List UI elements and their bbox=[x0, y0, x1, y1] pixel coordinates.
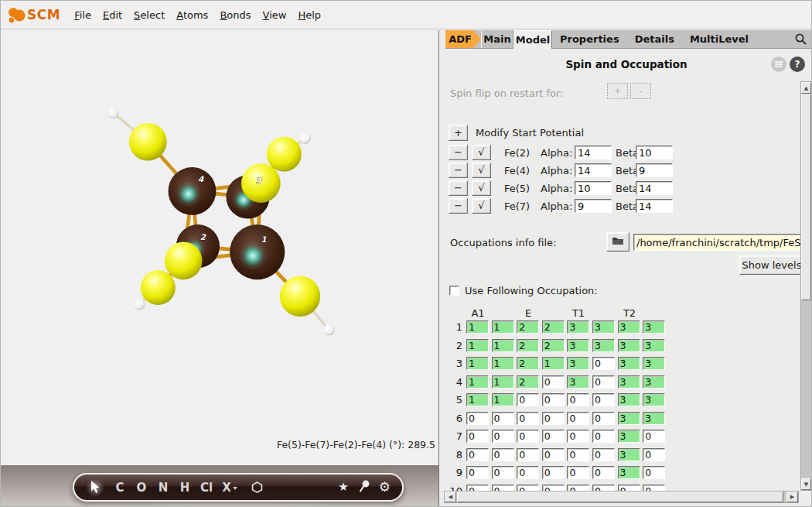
occupation-cell[interactable] bbox=[567, 339, 589, 352]
occupation-cell[interactable] bbox=[542, 357, 565, 370]
help-button[interactable]: ? bbox=[790, 57, 805, 72]
occupation-cell[interactable] bbox=[592, 448, 615, 461]
occupation-cell[interactable] bbox=[466, 393, 489, 406]
alpha-input[interactable] bbox=[575, 199, 612, 213]
occupation-cell[interactable] bbox=[643, 430, 665, 443]
occupation-cell[interactable] bbox=[618, 466, 640, 479]
occupation-cell[interactable] bbox=[618, 357, 640, 370]
occupation-cell[interactable] bbox=[618, 375, 640, 389]
scroll-left-button[interactable]: ◀ bbox=[445, 492, 456, 502]
occupation-cell[interactable] bbox=[618, 320, 640, 334]
menu-edit[interactable]: Edit bbox=[103, 9, 122, 21]
use-occupation-checkbox[interactable] bbox=[449, 286, 459, 296]
occupations-path-input[interactable] bbox=[633, 234, 811, 251]
occupation-cell[interactable] bbox=[643, 393, 665, 406]
beta-input[interactable] bbox=[636, 163, 673, 177]
occupation-cell[interactable] bbox=[492, 339, 514, 352]
occupation-cell[interactable] bbox=[492, 393, 514, 406]
occupation-cell[interactable] bbox=[517, 339, 539, 352]
remove-row-button[interactable]: − bbox=[449, 198, 468, 214]
occupation-cell[interactable] bbox=[492, 412, 514, 425]
occupation-cell[interactable] bbox=[517, 320, 539, 334]
occupation-cell[interactable] bbox=[592, 357, 615, 370]
occupation-cell[interactable] bbox=[517, 412, 539, 425]
occupation-cell[interactable] bbox=[542, 375, 565, 389]
beta-input[interactable] bbox=[636, 146, 673, 159]
alpha-input[interactable] bbox=[575, 181, 612, 195]
element-cl-button[interactable]: Cl bbox=[200, 481, 213, 495]
element-o-button[interactable]: O bbox=[135, 481, 148, 495]
pin-tool-button[interactable] bbox=[358, 480, 370, 495]
panel-menu-button[interactable] bbox=[771, 57, 786, 72]
occupation-cell[interactable] bbox=[567, 357, 589, 370]
element-n-button[interactable]: N bbox=[157, 481, 169, 495]
occupation-cell[interactable] bbox=[643, 448, 665, 461]
occupation-cell[interactable] bbox=[618, 412, 640, 425]
occupation-cell[interactable] bbox=[643, 466, 665, 479]
remove-row-button[interactable]: − bbox=[449, 145, 468, 160]
star-tool-button[interactable]: ★ bbox=[338, 481, 348, 493]
menu-atoms[interactable]: Atoms bbox=[176, 9, 208, 21]
occupation-cell[interactable] bbox=[592, 339, 615, 352]
spin-flip-add-button[interactable]: + bbox=[607, 83, 628, 99]
tab-model[interactable]: Model bbox=[513, 30, 552, 49]
occupation-cell[interactable] bbox=[592, 466, 615, 479]
menu-file[interactable]: File bbox=[74, 9, 91, 21]
occupation-cell[interactable] bbox=[567, 412, 589, 425]
occupation-cell[interactable] bbox=[492, 466, 514, 479]
occupation-cell[interactable] bbox=[567, 393, 589, 406]
tab-adf[interactable]: ADF bbox=[445, 30, 481, 48]
occupation-cell[interactable] bbox=[466, 339, 489, 352]
menu-bonds[interactable]: Bonds bbox=[220, 9, 251, 21]
occupation-cell[interactable] bbox=[492, 430, 514, 443]
ring-tool-button[interactable] bbox=[251, 481, 263, 493]
alpha-input[interactable] bbox=[575, 146, 612, 159]
element-c-button[interactable]: C bbox=[114, 481, 126, 495]
tab-main[interactable]: Main bbox=[481, 30, 513, 48]
apply-row-button[interactable]: √ bbox=[472, 198, 491, 214]
occupation-cell[interactable] bbox=[643, 412, 665, 425]
element-h-button[interactable]: H bbox=[179, 481, 191, 495]
tab-multilevel[interactable]: MultiLevel bbox=[682, 30, 756, 48]
occupation-cell[interactable] bbox=[567, 320, 589, 334]
apply-row-button[interactable]: √ bbox=[472, 145, 491, 160]
beta-input[interactable] bbox=[636, 181, 673, 195]
vertical-scrollbar[interactable]: ▲ ▼ bbox=[800, 81, 812, 491]
spin-flip-remove-button[interactable]: - bbox=[630, 83, 651, 99]
alpha-input[interactable] bbox=[575, 163, 612, 177]
apply-row-button[interactable]: √ bbox=[472, 180, 491, 196]
occupation-cell[interactable] bbox=[466, 320, 489, 334]
add-potential-button[interactable]: + bbox=[449, 125, 468, 141]
occupation-cell[interactable] bbox=[492, 357, 514, 370]
occupation-cell[interactable] bbox=[643, 375, 665, 389]
menu-view[interactable]: View bbox=[263, 9, 287, 21]
occupation-cell[interactable] bbox=[592, 412, 615, 425]
occupation-cell[interactable] bbox=[567, 430, 589, 443]
browse-file-button[interactable] bbox=[606, 232, 629, 252]
scm-logo[interactable]: SCM bbox=[5, 5, 60, 26]
occupation-cell[interactable] bbox=[517, 393, 539, 406]
occupation-cell[interactable] bbox=[466, 357, 489, 370]
occupation-cell[interactable] bbox=[466, 375, 489, 389]
tab-properties[interactable]: Properties bbox=[552, 30, 627, 48]
occupation-cell[interactable] bbox=[618, 393, 640, 406]
show-levels-button[interactable]: Show levels bbox=[739, 255, 804, 275]
occupation-cell[interactable] bbox=[618, 339, 640, 352]
occupation-cell[interactable] bbox=[643, 320, 665, 334]
occupation-cell[interactable] bbox=[592, 320, 615, 334]
occupation-cell[interactable] bbox=[542, 448, 565, 461]
occupation-cell[interactable] bbox=[643, 357, 665, 370]
gear-icon[interactable]: ⚙ bbox=[379, 481, 391, 494]
occupation-cell[interactable] bbox=[592, 375, 615, 389]
occupation-cell[interactable] bbox=[592, 430, 615, 443]
apply-row-button[interactable]: √ bbox=[472, 163, 491, 178]
remove-row-button[interactable]: − bbox=[449, 180, 468, 196]
occupation-cell[interactable] bbox=[567, 375, 589, 389]
element-x-button[interactable]: X bbox=[222, 481, 237, 495]
molecule-canvas[interactable]: 4 3 2 1 bbox=[1, 30, 438, 465]
occupation-cell[interactable] bbox=[567, 466, 589, 479]
occupation-cell[interactable] bbox=[466, 448, 489, 461]
menu-select[interactable]: Select bbox=[134, 9, 165, 21]
scroll-up-button[interactable]: ▲ bbox=[801, 82, 811, 94]
occupation-cell[interactable] bbox=[466, 430, 489, 443]
